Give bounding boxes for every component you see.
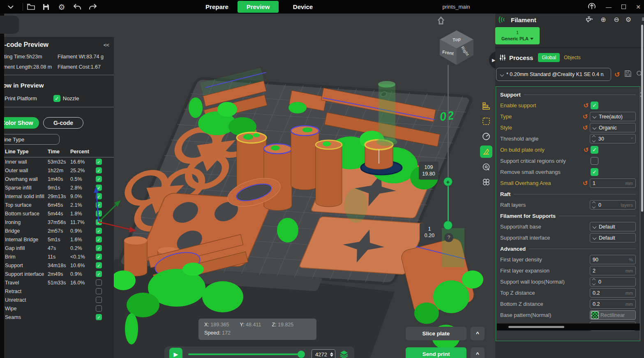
support-style-dropdown[interactable]: Organic [590,123,636,132]
orientation-gizmo[interactable]: Top Front Right [435,16,480,66]
tab-prepare[interactable]: Prepare [201,0,233,14]
more-filament-icon[interactable]: ≡ [639,15,644,24]
remove-overhangs-checkbox[interactable] [591,168,598,176]
first-layer-density-input[interactable]: 90% [590,255,636,264]
view-support-button[interactable] [480,146,492,158]
view-plate-border-button[interactable] [480,115,492,127]
remove-filament-icon[interactable]: ⊖ [612,15,621,24]
critical-regions-checkbox[interactable] [591,157,598,165]
line-type-filter-dropdown[interactable]: Line Type [4,134,60,145]
row-checkbox[interactable] [96,245,102,251]
view-seam-button[interactable] [480,161,492,173]
on-build-plate-checkbox[interactable] [591,146,598,154]
reset-icon[interactable]: ↺ [581,124,590,132]
support-wall-loops-spinner[interactable]: 0 [590,277,636,286]
add-filament-icon[interactable]: ⊕ [599,15,608,24]
row-checkbox[interactable] [96,176,102,182]
progress-slider[interactable] [188,353,304,355]
row-checkbox[interactable] [96,262,102,268]
enable-support-checkbox[interactable] [591,102,598,109]
row-checkbox[interactable] [96,305,102,312]
filament-change-faucet-icon[interactable] [585,15,594,24]
row-checkbox[interactable] [96,167,102,173]
horizontal-scrollbar[interactable] [497,323,640,330]
row-checkbox[interactable] [96,297,102,303]
preset-save-icon[interactable] [625,70,631,79]
row-checkbox[interactable] [96,159,102,165]
layer-number-stepper[interactable]: 4272 [312,349,335,358]
row-checkbox[interactable] [96,236,102,243]
raft-interface-dropdown[interactable]: Default [590,233,636,243]
setting-on-build-plate-only: On build plate only ↺ [496,144,640,155]
preset-dropdown[interactable]: * 0.20mm Standard @Creality K1 SE 0.4 n.… [496,68,611,81]
reset-icon[interactable]: ↺ [582,102,591,109]
undo-icon[interactable] [72,2,82,12]
minimize-button[interactable]: — [602,0,615,14]
layers-icon[interactable] [339,350,349,358]
right-settings-panel: Filament ⊕ ⊖ ⚙ ≡ 1 Generic PLA Process G… [495,14,644,358]
small-overhang-area-input[interactable]: 1mm [590,178,636,188]
open-folder-icon[interactable] [26,2,36,12]
divider [4,75,114,75]
layer-slider-upper-handle[interactable]: + [443,177,452,186]
row-checkbox[interactable] [96,288,102,294]
step-up-icon[interactable] [330,352,333,354]
raft-base-dropdown[interactable]: Default [590,222,636,231]
row-checkbox[interactable] [96,279,102,286]
upload-cloud-icon[interactable] [587,2,597,12]
save-icon[interactable] [41,2,51,12]
view-options-clover-button[interactable] [480,176,492,188]
gcode-button[interactable]: G-code [43,117,83,129]
play-button[interactable]: ▶ [169,348,182,358]
tab-device[interactable]: Device [288,0,318,14]
tab-objects[interactable]: Objects [564,55,581,60]
collapse-panel-button[interactable]: << [104,42,109,48]
collapsed-side-tab[interactable] [0,16,19,34]
color-show-button[interactable]: Color Show [4,117,39,129]
app-menu-chevron-icon[interactable] [6,2,16,12]
vertical-scrollbar-thumb[interactable] [641,25,643,212]
send-options-caret-button[interactable]: ^ [471,347,485,358]
slice-plate-button[interactable]: Slice plate [406,327,466,340]
filament-panel-title: Filament [511,16,536,23]
step-down-icon[interactable] [330,355,333,357]
raft-layers-spinner[interactable]: 0layers [590,200,636,210]
setting-support-critical-regions: Support critical regions only [496,155,640,166]
base-pattern-dropdown[interactable]: Rectilinear [590,310,636,320]
setting-enable-support: Enable support ↺ [496,100,640,111]
tab-preview[interactable]: Preview [238,1,279,13]
filament-settings-gear-icon[interactable]: ⚙ [624,15,633,24]
send-print-button[interactable]: Send print [406,347,466,358]
help-icon[interactable]: ? [444,233,453,242]
view-line-type-button[interactable] [480,100,492,112]
row-checkbox[interactable] [96,271,102,277]
reset-icon[interactable]: ↺ [581,113,590,120]
settings-gear-icon[interactable]: ⚙ [57,2,67,12]
reset-icon[interactable]: ↺ [581,180,590,187]
preset-reset-icon[interactable]: ↺ [614,71,620,79]
home-view-icon[interactable] [438,17,444,24]
horizontal-scrollbar-thumb[interactable] [508,326,564,328]
support-type-dropdown[interactable]: Tree(auto) [590,112,636,121]
progress-slider-thumb[interactable] [298,351,305,358]
view-speed-gauge-button[interactable] [480,130,492,143]
row-checkbox[interactable] [96,254,102,260]
bottom-z-distance-input[interactable]: 0.2mm [590,299,636,309]
layer-slider-range[interactable] [448,182,449,225]
top-z-distance-input[interactable]: 0.2mm [590,288,636,298]
reset-icon[interactable]: ↺ [582,146,591,154]
maximize-button[interactable] [617,0,630,14]
section-advanced: Advanced [496,243,640,254]
slice-options-caret-button[interactable]: ^ [471,327,485,340]
first-layer-expansion-input[interactable]: 2mm [590,266,636,275]
layer-number-value[interactable]: 4272 [315,351,327,358]
filament-slot-button[interactable]: 1 Generic PLA [495,27,540,44]
gcode-position-tooltip: X: 189.365 Y: 48.411 Z: 19.825 Speed: 17… [199,319,316,340]
close-button[interactable]: ✕ [632,0,644,14]
tab-global[interactable]: Global [538,53,560,62]
threshold-angle-spinner[interactable]: 30° [590,134,636,143]
redo-icon[interactable] [88,2,98,12]
row-checkbox[interactable] [96,314,102,320]
nozzle-checkbox[interactable] [53,95,60,102]
layer-slider-lower-handle[interactable] [443,221,452,230]
